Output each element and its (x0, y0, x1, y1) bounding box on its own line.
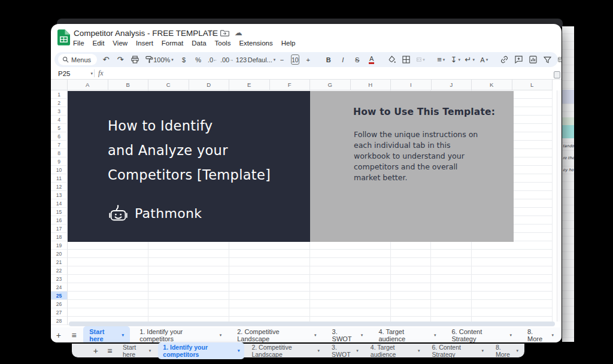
front-tab-6[interactable]: 6. Content Strategy▾ (445, 326, 518, 343)
column-header-B[interactable]: B (108, 80, 149, 90)
add-sheet-button[interactable]: + (51, 330, 66, 340)
menu-item-data[interactable]: Data (192, 40, 206, 47)
front-tab-4[interactable]: 3. SWOT▾ (326, 326, 369, 343)
row-header-9[interactable]: 9 (51, 157, 68, 166)
column-header-H[interactable]: H (351, 80, 392, 90)
all-sheets-button[interactable]: ≡ (103, 346, 117, 356)
sheet-views-button[interactable]: ▾ (557, 54, 562, 65)
column-header-D[interactable]: D (189, 80, 230, 90)
decrease-font-size-button[interactable]: − (277, 54, 287, 65)
format-percent-button[interactable]: % (193, 54, 204, 65)
row-header-2[interactable]: 2 (51, 99, 68, 107)
column-header-C[interactable]: C (148, 80, 189, 90)
row-header-20[interactable]: 20 (51, 250, 68, 258)
fill-color-button[interactable] (387, 54, 397, 65)
front-tab-7[interactable]: 8. More▾ (521, 326, 560, 343)
document-title[interactable]: Competitor Analysis - FREE TEMPLATE (74, 29, 218, 38)
back-tab-3[interactable]: 2. Competitive Landscape▾ (247, 342, 324, 359)
name-box[interactable]: P25▾ (51, 70, 93, 77)
print-button[interactable] (129, 54, 140, 65)
row-header-24[interactable]: 24 (51, 283, 68, 292)
row-header-17[interactable]: 17 (51, 225, 68, 233)
row-header-27[interactable]: 27 (51, 308, 68, 317)
add-sheet-button[interactable]: + (89, 346, 103, 356)
redo-button[interactable]: ↷ (115, 54, 126, 65)
insert-link-button[interactable] (499, 54, 510, 65)
text-rotation-button[interactable]: A▾ (479, 54, 490, 65)
select-all-corner[interactable] (51, 80, 68, 90)
horizontal-align-button[interactable]: ≡▾ (436, 54, 447, 65)
row-header-19[interactable]: 19 (51, 241, 68, 250)
row-header-22[interactable]: 22 (51, 266, 68, 275)
column-header-F[interactable]: F (270, 80, 311, 90)
column-header-I[interactable]: I (391, 80, 432, 90)
column-header-L[interactable]: L (512, 80, 553, 90)
column-header-E[interactable]: E (229, 80, 270, 90)
front-tab-5[interactable]: 4. Target audience▾ (372, 326, 442, 343)
row-header-15[interactable]: 15 (51, 208, 68, 216)
move-to-folder-icon[interactable] (220, 29, 229, 37)
column-header-A[interactable]: A (68, 80, 108, 90)
row-header-8[interactable]: 8 (51, 149, 68, 157)
undo-button[interactable]: ↶ (101, 54, 111, 65)
column-header-J[interactable]: J (432, 80, 472, 90)
front-tab-1[interactable]: Start here▾ (83, 326, 130, 343)
increase-font-size-button[interactable]: + (303, 54, 314, 65)
back-tab-1[interactable]: Start here▾ (118, 342, 156, 359)
insert-chart-button[interactable] (528, 54, 539, 65)
row-header-16[interactable]: 16 (51, 216, 68, 225)
filter-button[interactable] (542, 54, 553, 65)
bold-button[interactable]: B (323, 54, 334, 65)
front-tab-2[interactable]: 1. Identify your competitors▾ (133, 326, 227, 343)
more-formats-button[interactable]: 123 (236, 54, 247, 65)
borders-button[interactable] (401, 54, 412, 65)
row-header-12[interactable]: 12 (51, 183, 68, 191)
increase-decimals-button[interactable]: .00→ (221, 54, 232, 65)
background-window-right-sliver[interactable]: tandore theey ho (562, 26, 574, 342)
all-sheets-button[interactable]: ≡ (66, 330, 82, 340)
row-header-7[interactable]: 7 (51, 141, 68, 149)
font-select[interactable]: Defaul...▾ (256, 54, 267, 65)
font-size-input[interactable]: 10 (291, 54, 299, 65)
menu-item-format[interactable]: Format (162, 40, 183, 47)
search-menus-button[interactable]: Menus (58, 54, 97, 65)
menu-item-file[interactable]: File (73, 40, 84, 47)
menu-item-edit[interactable]: Edit (93, 40, 105, 47)
text-color-button[interactable]: A (366, 54, 377, 65)
vertical-align-button[interactable]: ↧▾ (450, 54, 461, 65)
format-currency-button[interactable]: $ (178, 54, 189, 65)
star-icon[interactable]: ☆ (208, 28, 215, 37)
menu-item-insert[interactable]: Insert (136, 40, 153, 47)
row-header-28[interactable]: 28 (51, 317, 68, 325)
decrease-decimals-button[interactable]: .0← (207, 54, 218, 65)
back-tab-7[interactable]: 8. More▾ (491, 342, 523, 359)
row-header-3[interactable]: 3 (51, 107, 68, 116)
row-header-21[interactable]: 21 (51, 258, 68, 266)
insert-comment-button[interactable] (514, 54, 524, 65)
back-tab-6[interactable]: 6. Content Strategy▾ (427, 342, 488, 359)
menu-item-help[interactable]: Help (281, 40, 296, 47)
menu-item-extensions[interactable]: Extensions (239, 40, 272, 47)
row-header-4[interactable]: 4 (51, 116, 68, 124)
row-header-6[interactable]: 6 (51, 132, 68, 141)
row-header-5[interactable]: 5 (51, 124, 68, 132)
row-header-23[interactable]: 23 (51, 275, 68, 283)
italic-button[interactable]: I (338, 54, 348, 65)
column-header-G[interactable]: G (310, 80, 351, 90)
menu-item-view[interactable]: View (113, 40, 128, 47)
row-header-14[interactable]: 14 (51, 199, 68, 208)
zoom-select[interactable]: 100%▾ (158, 54, 169, 65)
back-tab-2[interactable]: 1. Identify your competitors▾ (158, 342, 244, 359)
row-header-25[interactable]: 25 (51, 292, 68, 300)
back-tab-5[interactable]: 4. Target audience▾ (366, 342, 425, 359)
row-header-18[interactable]: 18 (51, 233, 68, 241)
row-header-10[interactable]: 10 (51, 166, 68, 174)
vertical-scrollbar[interactable] (557, 90, 562, 321)
row-header-1[interactable]: 1 (51, 90, 68, 99)
strikethrough-button[interactable]: S (352, 54, 363, 65)
row-header-26[interactable]: 26 (51, 300, 68, 308)
column-header-K[interactable]: K (472, 80, 512, 90)
scroll-widget-icon[interactable] (554, 71, 560, 78)
cloud-status-icon[interactable]: ☁ (235, 28, 242, 37)
merge-cells-button[interactable]: ▾ (415, 54, 426, 65)
